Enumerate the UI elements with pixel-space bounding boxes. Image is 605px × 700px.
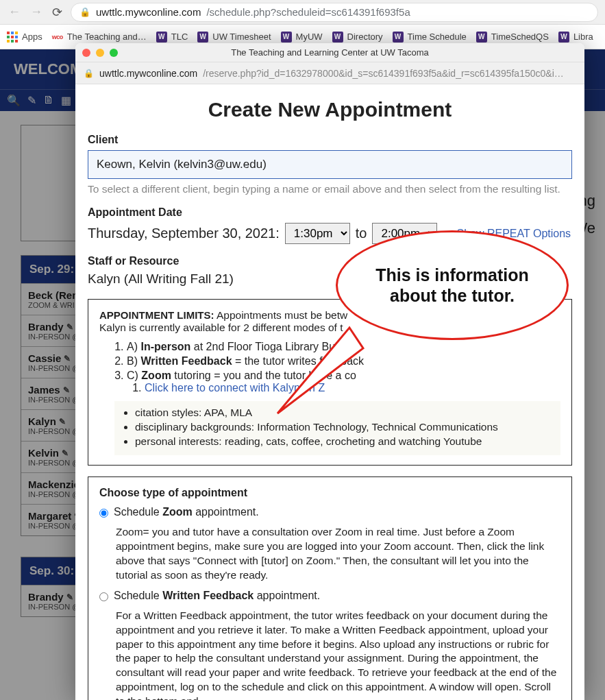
limits-label: APPOINTMENT LIMITS:: [99, 309, 214, 321]
url-domain: uwttlc.mywconline.com: [96, 6, 201, 18]
option-written[interactable]: Schedule Written Feedback appointment.: [99, 590, 560, 602]
lock-icon: 🔒: [84, 69, 94, 78]
staff-value: Kalyn (All Writing Fall 21): [88, 271, 572, 287]
option-zoom[interactable]: Schedule Zoom appointment.: [99, 506, 560, 518]
bookmark-label: Directory: [347, 32, 383, 42]
bookmark-label: TimeSchedQS: [491, 32, 549, 42]
favicon-w: W: [281, 32, 292, 43]
time-to-select[interactable]: 2:00pm: [372, 223, 437, 244]
choose-title: Choose type of appointment: [99, 487, 560, 499]
client-label: Client: [88, 134, 572, 146]
favicon-w: W: [393, 32, 404, 43]
bookmark-timesched[interactable]: W Time Schedule: [393, 32, 467, 43]
modal-titlebar: The Teaching and Learning Center at UW T…: [75, 43, 584, 62]
radio-zoom[interactable]: [99, 509, 108, 518]
favicon-wco: wco: [52, 32, 63, 43]
favicon-w: W: [197, 32, 208, 43]
choose-box: Choose type of appointment Schedule Zoom…: [88, 476, 572, 700]
favicon-w: W: [558, 32, 569, 43]
zoom-desc: Zoom= you and tutor have a consultation …: [116, 525, 560, 583]
written-desc: For a Written Feedback appointment, the …: [116, 609, 560, 700]
bookmark-timesheet[interactable]: W UW Timesheet: [197, 32, 271, 43]
appointment-modal: The Teaching and Learning Center at UW T…: [75, 43, 584, 700]
modal-body: Create New Appointment Client To select …: [75, 84, 584, 700]
bookmark-tlc[interactable]: W TLC: [156, 32, 188, 43]
radio-written[interactable]: [99, 592, 108, 601]
bookmark-teaching[interactable]: wco The Teaching and…: [52, 32, 147, 43]
reload-icon[interactable]: ⟳: [51, 3, 64, 21]
bookmark-timeschedqs[interactable]: W TimeSchedQS: [476, 32, 549, 43]
modes-list: A) In-person at 2nd Floor Tioga Library …: [127, 341, 560, 394]
bookmark-label: UW Timesheet: [212, 32, 271, 42]
favicon-w: W: [332, 32, 343, 43]
bookmark-label: Time Schedule: [408, 32, 467, 42]
tutor-info-item: disciplinary backgrounds: Information Te…: [135, 421, 554, 433]
bookmark-label: TLC: [171, 32, 188, 42]
bookmark-myuw[interactable]: W MyUW: [281, 32, 323, 43]
bookmark-apps[interactable]: Apps: [7, 32, 42, 43]
zoom-connect-link[interactable]: Click here to connect with Kalyn on Z: [145, 382, 325, 394]
time-from-select[interactable]: 1:30pm: [285, 223, 350, 244]
tutor-info-item: citation styles: APA, MLA: [135, 407, 554, 419]
modal-title: The Teaching and Learning Center at UW T…: [75, 47, 584, 58]
staff-label: Staff or Resource: [88, 255, 572, 267]
modal-url-bar[interactable]: 🔒 uwttlc.mywconline.com/reserve.php?id_d…: [75, 62, 584, 84]
bookmark-label: MyUW: [296, 32, 323, 42]
date-value: Thursday, September 30, 2021:: [88, 226, 280, 241]
forward-icon[interactable]: →: [29, 3, 44, 21]
limits-line2: Kalyn is currently available for 2 diffe…: [99, 322, 343, 333]
tutor-info-box: citation styles: APA, MLA disciplinary b…: [114, 401, 560, 455]
repeat-options-link[interactable]: Show REPEAT Options: [456, 228, 571, 240]
url-bar[interactable]: 🔒 uwttlc.mywconline.com/schedule.php?sch…: [71, 3, 598, 22]
favicon-w: W: [156, 32, 167, 43]
limits-box: APPOINTMENT LIMITS: Appointments must be…: [88, 299, 572, 466]
limits-line1: Appointments must be betw: [214, 309, 348, 321]
back-icon[interactable]: ←: [7, 3, 22, 21]
to-label: to: [356, 226, 367, 241]
tutor-info-item: personal interests: reading, cats, coffe…: [135, 435, 554, 448]
client-input[interactable]: [88, 150, 572, 179]
lock-icon: 🔒: [79, 7, 90, 17]
url-path: /schedule.php?scheduleid=sc614391f693f5a: [206, 6, 410, 18]
modal-heading: Create New Appointment: [88, 98, 572, 121]
favicon-w: W: [476, 32, 487, 43]
client-helper: To select a different client, begin typi…: [88, 183, 572, 195]
bookmark-directory[interactable]: W Directory: [332, 32, 383, 43]
modal-url-domain: uwttlc.mywconline.com: [99, 68, 197, 79]
bookmark-label: The Teaching and…: [67, 32, 147, 42]
date-label: Appointment Date: [88, 206, 572, 219]
modal-url-path: /reserve.php?id_d=1632978000&id_s=sc6143…: [203, 68, 564, 79]
bookmark-label: Libra: [573, 32, 593, 42]
bookmark-libr[interactable]: W Libra: [558, 32, 593, 43]
bookmark-label: Apps: [22, 32, 42, 42]
